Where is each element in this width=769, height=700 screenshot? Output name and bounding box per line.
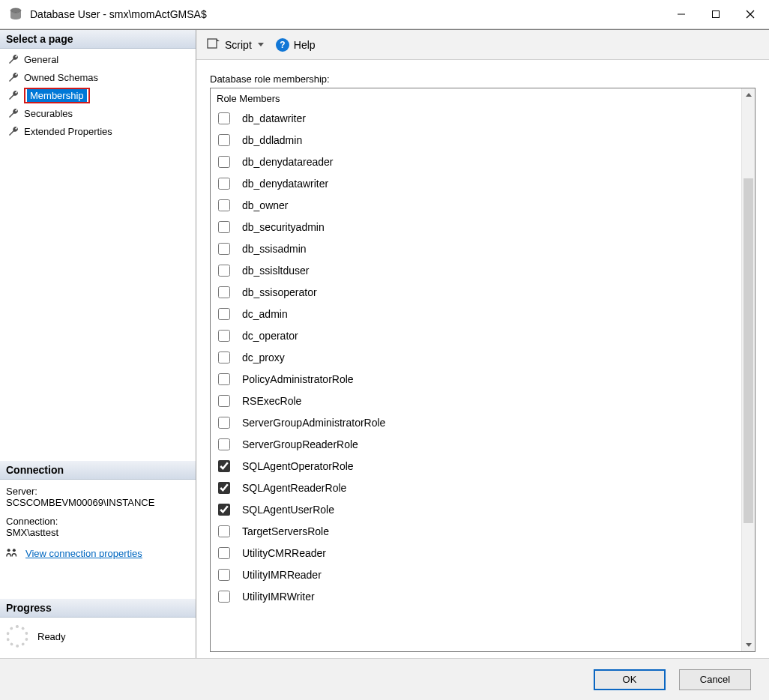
role-row: RSExecRole (214, 390, 741, 411)
role-checkbox[interactable] (218, 395, 230, 407)
role-checkbox[interactable] (218, 460, 230, 472)
sidebar-item-general[interactable]: General (0, 50, 196, 68)
role-checkbox[interactable] (218, 156, 230, 168)
role-checkbox[interactable] (218, 112, 230, 124)
close-button[interactable] (733, 2, 768, 26)
role-checkbox[interactable] (218, 504, 230, 516)
role-row: db_ssisltduser (214, 259, 741, 281)
role-checkbox[interactable] (218, 547, 230, 559)
role-name: UtilityIMRWriter (242, 591, 315, 603)
dialog-body: Select a page GeneralOwned SchemasMember… (0, 29, 769, 658)
role-checkbox[interactable] (218, 482, 230, 494)
sidebar-item-securables[interactable]: Securables (0, 104, 196, 122)
role-checkbox[interactable] (218, 199, 230, 211)
select-page-header: Select a page (0, 30, 196, 49)
role-checkbox[interactable] (218, 134, 230, 146)
role-name: PolicyAdministratorRole (242, 373, 354, 385)
scrollbar-thumb[interactable] (744, 178, 753, 523)
main-panel: Script ? Help Database role membership: … (196, 30, 769, 658)
role-checkbox[interactable] (218, 525, 230, 537)
role-row: dc_proxy (214, 346, 741, 368)
wrench-icon (7, 89, 19, 101)
role-checkbox[interactable] (218, 569, 230, 581)
sidebar-item-membership[interactable]: Membership (0, 86, 196, 104)
role-checkbox[interactable] (218, 438, 230, 450)
ok-button[interactable]: OK (594, 669, 666, 690)
chevron-down-icon (258, 43, 264, 46)
window-title: Database User - smx\momActGMSA$ (30, 8, 664, 20)
sidebar-item-label: Extended Properties (24, 126, 112, 137)
minimize-button[interactable] (664, 2, 699, 26)
role-membership-label: Database role membership: (210, 73, 756, 85)
vertical-scrollbar[interactable] (741, 88, 755, 651)
role-name: ServerGroupReaderRole (242, 438, 358, 450)
sidebar-item-extended-properties[interactable]: Extended Properties (0, 122, 196, 140)
scroll-down-arrow-icon[interactable] (742, 638, 755, 651)
wrench-icon (7, 125, 19, 137)
svg-point-6 (7, 549, 10, 552)
role-row: dc_admin (214, 303, 741, 325)
view-connection-properties-link[interactable]: View connection properties (25, 548, 142, 559)
role-column-header: Role Members (214, 91, 741, 107)
role-row: UtilityIMRWriter (214, 585, 741, 607)
svg-point-7 (13, 549, 16, 552)
role-checkbox[interactable] (218, 417, 230, 429)
role-row: UtilityCMRReader (214, 542, 741, 564)
help-button[interactable]: ? Help (273, 37, 319, 53)
role-checkbox[interactable] (218, 243, 230, 255)
role-checkbox[interactable] (218, 330, 230, 342)
help-icon: ? (276, 38, 289, 52)
role-checkbox[interactable] (218, 286, 230, 298)
role-row: db_denydatareader (214, 151, 741, 172)
dialog-footer: OK Cancel (0, 658, 769, 700)
server-label: Server: (6, 486, 190, 497)
role-row: TargetServersRole (214, 520, 741, 542)
maximize-button[interactable] (699, 2, 733, 26)
role-checkbox[interactable] (218, 373, 230, 385)
role-checkbox[interactable] (218, 591, 230, 603)
progress-spinner-icon (6, 625, 28, 648)
role-name: db_securityadmin (242, 221, 325, 233)
role-name: db_ddladmin (242, 134, 302, 146)
sidebar-item-owned-schemas[interactable]: Owned Schemas (0, 68, 196, 86)
role-name: db_denydatawriter (242, 178, 328, 190)
cancel-button[interactable]: Cancel (679, 669, 751, 690)
role-row: dc_operator (214, 325, 741, 346)
role-row: db_securityadmin (214, 216, 741, 238)
role-listbox: Role Members db_datawriterdb_ddladmindb_… (210, 88, 756, 652)
role-name: dc_admin (242, 308, 288, 320)
role-row: db_datawriter (214, 107, 741, 129)
page-nav-list: GeneralOwned SchemasMembershipSecurables… (0, 49, 196, 146)
role-name: db_ssisadmin (242, 243, 307, 255)
role-checkbox[interactable] (218, 351, 230, 363)
role-name: UtilityCMRReader (242, 547, 326, 559)
script-dropdown[interactable]: Script (204, 36, 267, 53)
role-checkbox[interactable] (218, 308, 230, 320)
role-checkbox[interactable] (218, 265, 230, 277)
scroll-up-arrow-icon[interactable] (742, 88, 755, 102)
role-name: db_ssisoperator (242, 286, 317, 298)
progress-panel: Ready (0, 618, 196, 658)
role-checkbox[interactable] (218, 221, 230, 233)
role-row: ServerGroupReaderRole (214, 433, 741, 455)
role-row: db_ssisadmin (214, 238, 741, 259)
role-checkbox[interactable] (218, 178, 230, 190)
role-name: ServerGroupAdministratorRole (242, 417, 385, 429)
cancel-button-label: Cancel (700, 674, 730, 685)
svg-rect-3 (713, 11, 720, 18)
role-row: db_denydatawriter (214, 172, 741, 194)
script-icon (207, 37, 220, 52)
role-row: ServerGroupAdministratorRole (214, 411, 741, 433)
role-name: SQLAgentReaderRole (242, 482, 346, 494)
connection-properties-icon (6, 547, 19, 560)
progress-status: Ready (37, 631, 66, 642)
titlebar: Database User - smx\momActGMSA$ (0, 0, 769, 28)
role-row: PolicyAdministratorRole (214, 368, 741, 390)
help-label: Help (294, 39, 316, 51)
database-icon (9, 7, 22, 21)
role-name: SQLAgentUserRole (242, 504, 334, 516)
role-name: db_denydatareader (242, 156, 333, 168)
connection-value: SMX\asttest (6, 527, 190, 538)
role-name: RSExecRole (242, 395, 301, 407)
sidebar-item-label: General (24, 54, 58, 65)
